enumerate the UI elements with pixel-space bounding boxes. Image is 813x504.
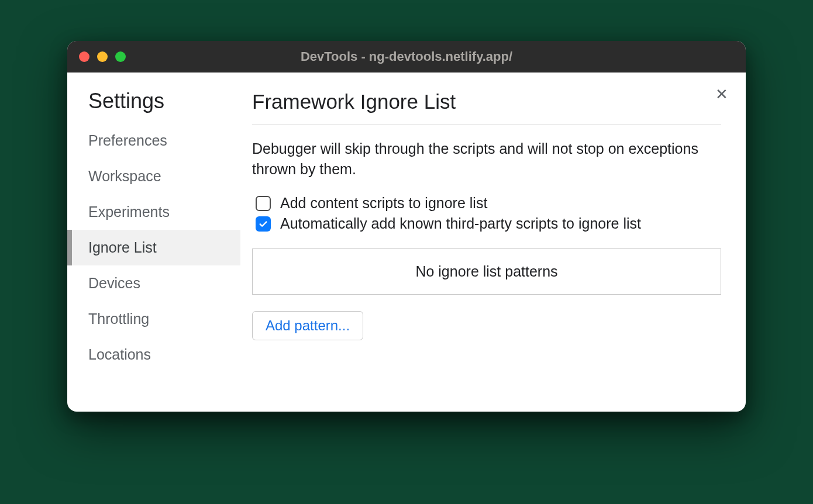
checkmark-icon <box>258 219 268 229</box>
sidebar-title: Settings <box>67 89 240 123</box>
window-title: DevTools - ng-devtools.netlify.app/ <box>67 49 746 64</box>
ignore-list-patterns-box: No ignore list patterns <box>252 248 721 295</box>
page-title: Framework Ignore List <box>252 90 721 125</box>
sidebar-item-workspace[interactable]: Workspace <box>67 158 240 194</box>
checkbox-row-third-party: Automatically add known third-party scri… <box>252 215 721 232</box>
sidebar-item-devices[interactable]: Devices <box>67 265 240 301</box>
traffic-lights <box>79 51 126 62</box>
add-pattern-button[interactable]: Add pattern... <box>252 311 363 340</box>
settings-body: ✕ Settings Preferences Workspace Experim… <box>67 73 746 412</box>
page-description: Debugger will skip through the scripts a… <box>252 139 721 179</box>
checkbox-content-scripts[interactable] <box>256 196 271 211</box>
sidebar-item-experiments[interactable]: Experiments <box>67 194 240 230</box>
sidebar-item-preferences[interactable]: Preferences <box>67 123 240 158</box>
sidebar-item-throttling[interactable]: Throttling <box>67 301 240 337</box>
settings-main: Framework Ignore List Debugger will skip… <box>240 73 746 412</box>
maximize-window-button[interactable] <box>115 51 126 62</box>
checkbox-label: Automatically add known third-party scri… <box>280 215 641 232</box>
checkbox-third-party[interactable] <box>256 216 271 232</box>
close-window-button[interactable] <box>79 51 89 62</box>
settings-sidebar: Settings Preferences Workspace Experimen… <box>67 73 240 412</box>
minimize-window-button[interactable] <box>97 51 108 62</box>
checkbox-label: Add content scripts to ignore list <box>280 195 487 212</box>
checkbox-row-content-scripts: Add content scripts to ignore list <box>252 195 721 212</box>
titlebar: DevTools - ng-devtools.netlify.app/ <box>67 41 746 73</box>
devtools-window: DevTools - ng-devtools.netlify.app/ ✕ Se… <box>67 41 746 412</box>
close-icon[interactable]: ✕ <box>715 87 728 102</box>
sidebar-item-locations[interactable]: Locations <box>67 337 240 372</box>
sidebar-item-ignore-list[interactable]: Ignore List <box>67 230 240 265</box>
